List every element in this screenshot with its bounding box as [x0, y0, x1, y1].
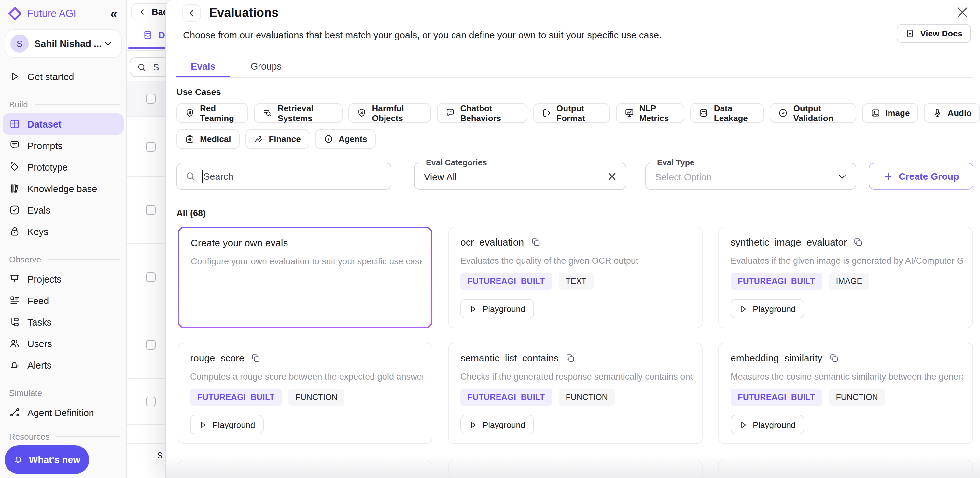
checkbox[interactable]: [146, 272, 156, 282]
card-create-your-own-evals[interactable]: Create your own evals Configure your own…: [178, 226, 433, 328]
checkbox[interactable]: [146, 340, 156, 350]
sidebar-item-projects[interactable]: Projects: [3, 268, 124, 290]
sidebar-item-alerts[interactable]: Alerts: [3, 354, 124, 376]
sidebar-item-agent-definition[interactable]: Agent Definition: [3, 402, 124, 423]
modal-back-button[interactable]: [182, 4, 200, 22]
table-row[interactable]: [127, 244, 166, 311]
search-input[interactable]: [203, 171, 391, 182]
tab-evals[interactable]: Evals: [177, 56, 230, 78]
tab-groups[interactable]: Groups: [236, 56, 296, 78]
chip-audio[interactable]: Audio: [924, 103, 980, 123]
copy-icon[interactable]: [829, 353, 839, 363]
sidebar-item-get-started[interactable]: Get started: [3, 66, 124, 87]
chip-retrieval-systems[interactable]: Retrieval Systems: [254, 103, 343, 123]
table-row[interactable]: [127, 425, 166, 444]
card-embedding-similarity[interactable]: embedding_similarity Measures the cosine…: [718, 343, 973, 444]
sidebar-item-users[interactable]: Users: [3, 333, 124, 354]
sidebar-item-tasks[interactable]: Tasks: [3, 311, 124, 333]
chevrons-left-icon[interactable]: «: [110, 8, 119, 20]
diamond-rotate-icon: [9, 161, 20, 172]
card-rouge-score[interactable]: rouge_score Computes a rouge score betwe…: [178, 343, 433, 444]
close-icon[interactable]: [955, 5, 970, 19]
create-group-button[interactable]: Create Group: [869, 163, 974, 190]
chip-chatbot-behaviors[interactable]: Chatbot Behaviors: [437, 103, 527, 123]
eval-type-select[interactable]: Eval Type Select Option: [645, 163, 856, 190]
chip-image[interactable]: Image: [862, 103, 918, 123]
playground-button[interactable]: Playground: [190, 415, 264, 434]
whats-new-button[interactable]: What's new: [5, 445, 89, 474]
chip-agents[interactable]: Agents: [315, 129, 376, 149]
table-row[interactable]: [127, 177, 166, 244]
copy-icon[interactable]: [853, 237, 864, 247]
table-row[interactable]: [127, 379, 166, 425]
playground-button[interactable]: Playground: [730, 415, 804, 434]
evaluations-modal: Evaluations Choose from our evaluations …: [165, 0, 980, 478]
sidebar-item-prompts[interactable]: Prompts: [3, 135, 124, 156]
chip-output-format[interactable]: Output Format: [533, 103, 610, 123]
x-clear-icon[interactable]: [606, 170, 618, 182]
chat-bubble-icon: [445, 108, 455, 118]
output-arrow-icon: [541, 108, 551, 118]
copy-icon[interactable]: [565, 353, 576, 363]
image-icon: [870, 108, 880, 118]
play-icon: [739, 304, 748, 313]
chip-nlp-metrics[interactable]: NLP Metrics: [616, 103, 684, 123]
card-partial[interactable]: [178, 460, 433, 478]
card-description: Evaluates if the given image is generate…: [730, 256, 963, 266]
check-square-icon: [9, 204, 20, 215]
checkbox[interactable]: [146, 142, 156, 151]
divider: [127, 50, 166, 51]
sidebar-item-knowledge-base[interactable]: Knowledge base: [3, 178, 124, 199]
user-menu[interactable]: S Sahil Nishad ...: [5, 29, 122, 58]
card-semantic-list-contains[interactable]: semantic_list_contains Checks if the gen…: [448, 343, 703, 444]
sidebar-item-prototype[interactable]: Prototype: [3, 156, 124, 178]
chip-output-validation[interactable]: Output Validation: [770, 103, 856, 123]
sidebar-item-keys[interactable]: Keys: [3, 221, 124, 242]
card-synthetic-image-evaluator[interactable]: synthetic_image_evaluator Evaluates if t…: [718, 226, 973, 328]
use-cases-label: Use Cases: [177, 87, 221, 97]
eval-categories-select[interactable]: Eval Categories View All: [414, 163, 627, 190]
evals-search[interactable]: [177, 163, 391, 190]
search-input-underlay[interactable]: S: [130, 57, 166, 77]
monitor-chart-icon: [624, 108, 634, 118]
chevron-down-icon[interactable]: [837, 171, 848, 182]
card-ocr-evaluation[interactable]: ocr_evaluation Evaluates the quality of …: [448, 226, 703, 328]
chip-harmful-objects[interactable]: Harmful Objects: [349, 103, 431, 123]
badge-type: FUNCTION: [829, 389, 885, 406]
sidebar-item-dataset[interactable]: Dataset: [3, 113, 124, 135]
search-list-icon: [263, 108, 272, 118]
playground-button[interactable]: Playground: [460, 415, 534, 434]
use-case-chips-row1: Red Teaming Retrieval Systems Harmful Ob…: [177, 103, 980, 123]
playground-button[interactable]: Playground: [730, 299, 804, 319]
back-button-underlay[interactable]: Back: [131, 3, 166, 20]
copy-icon[interactable]: [251, 353, 261, 363]
database-icon: [143, 30, 153, 40]
card-description: Checks if the generated response semanti…: [460, 372, 693, 382]
table-row[interactable]: [127, 116, 166, 177]
table-footer-text: S: [157, 451, 163, 460]
card-partial[interactable]: [448, 460, 703, 478]
chip-red-teaming[interactable]: Red Teaming: [177, 103, 248, 123]
checkbox[interactable]: [146, 94, 156, 104]
table-row[interactable]: [127, 311, 166, 379]
sidebar-item-feed[interactable]: Feed: [3, 290, 124, 311]
playground-button[interactable]: Playground: [460, 299, 534, 319]
lock-icon: [9, 226, 20, 237]
section-simulate: Simulate: [0, 386, 126, 399]
use-case-chips-row2: Medical Finance Agents: [177, 129, 376, 149]
chip-data-leakage[interactable]: Data Leakage: [690, 103, 764, 123]
copy-icon[interactable]: [530, 237, 541, 247]
sidebar-item-evals[interactable]: Evals: [3, 199, 124, 221]
chevron-left-icon: [186, 8, 196, 18]
chip-finance[interactable]: Finance: [245, 129, 309, 149]
checkbox[interactable]: [146, 397, 156, 406]
badge-type: FUNCTION: [288, 389, 345, 406]
app-root: Future AGI « S Sahil Nishad ... Get star…: [0, 0, 980, 478]
chip-medical[interactable]: Medical: [177, 129, 239, 149]
chevron-left-icon: [138, 8, 146, 16]
dataset-tab-underlay[interactable]: D: [143, 30, 165, 40]
play-icon: [469, 304, 477, 313]
checkbox[interactable]: [146, 205, 156, 215]
view-docs-button[interactable]: View Docs: [897, 24, 971, 43]
card-partial[interactable]: [718, 460, 973, 478]
